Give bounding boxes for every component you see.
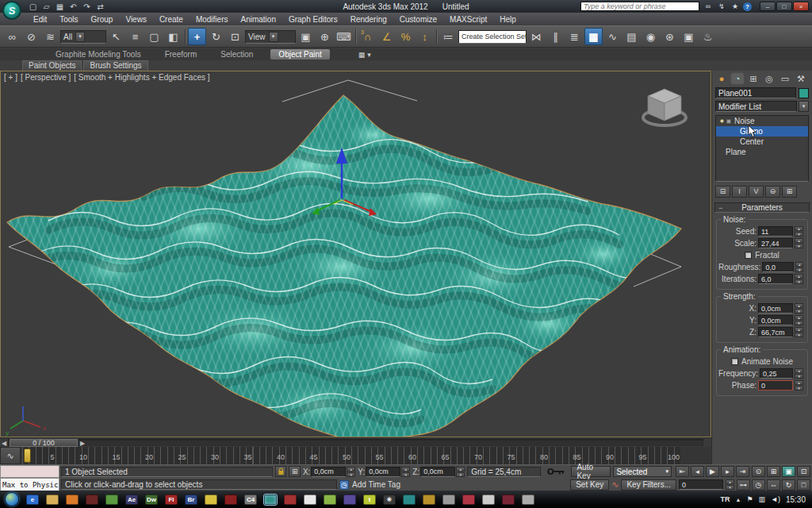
chevron-down-icon[interactable]: ▾ (799, 101, 809, 112)
taskbar-icon-light-game[interactable] (482, 495, 495, 505)
current-frame-spinner[interactable]: ▴▾ (726, 479, 734, 490)
volume-icon[interactable]: ◄) (771, 495, 780, 503)
panel-tab-hierarchy[interactable]: ⊞ (746, 72, 760, 85)
object-name-field[interactable]: Plane001 (715, 87, 796, 98)
transform-y-field[interactable]: 0,0cm (366, 467, 400, 477)
key-mode-toggle-icon[interactable]: ⊶ (737, 479, 750, 491)
current-frame-marker[interactable] (24, 448, 31, 463)
show-end-result-icon[interactable]: I (732, 186, 747, 198)
iterations-field[interactable]: 6,0 (758, 274, 793, 284)
select-by-name-icon[interactable]: ≡ (126, 28, 144, 45)
viewport-canvas[interactable]: x y (1, 71, 711, 437)
language-indicator[interactable]: TR (721, 495, 730, 503)
scale-field[interactable]: 27,44 (758, 238, 793, 248)
stack-item-center[interactable]: Center (716, 137, 808, 147)
taskbar-icon-chrome[interactable] (205, 495, 217, 505)
menu-item[interactable]: Edit (27, 15, 53, 24)
communication-center-icon[interactable]: ↯ (716, 2, 727, 11)
taskbar-icon-silver-app[interactable] (522, 495, 534, 505)
taskbar-icon-darkred-game[interactable] (502, 495, 515, 505)
select-and-move-icon[interactable]: + (188, 28, 206, 45)
taskbar-icon-snowflake-app[interactable]: ✳ (383, 495, 396, 505)
menu-item[interactable]: Rendering (344, 15, 393, 24)
time-slider-handle[interactable]: 0 / 100 (10, 439, 78, 447)
taskbar-icon-red-app[interactable] (284, 495, 297, 505)
menu-item[interactable]: Graph Editors (282, 15, 344, 24)
frequency-spinner[interactable]: ▴▾ (795, 368, 803, 379)
taskbar-icon-green-app[interactable] (324, 495, 336, 505)
undo-icon[interactable]: ↶ (67, 2, 79, 12)
pin-stack-icon[interactable]: ⊟ (715, 186, 730, 198)
network-icon[interactable]: ▥ (759, 495, 766, 503)
selection-lock-icon[interactable] (275, 466, 286, 477)
curve-editor-icon[interactable]: ∿ (603, 28, 622, 45)
menu-item[interactable]: Modifiers (190, 15, 235, 24)
strength-x-field[interactable]: 0,0cm (758, 303, 793, 314)
new-scene-icon[interactable]: ▢ (27, 2, 39, 12)
taskbar-icon-ie[interactable]: e (26, 495, 39, 505)
taskbar-icon-after-effects[interactable]: Ae (125, 495, 138, 505)
graphite-ribbon-toggle-icon[interactable]: ▦ (584, 28, 603, 45)
select-and-manipulate-icon[interactable]: ⊕ (316, 28, 334, 45)
menu-item[interactable]: Create (153, 15, 190, 24)
macro-recorder-line[interactable] (0, 465, 59, 478)
menu-item[interactable]: Group (85, 15, 120, 24)
select-and-scale-icon[interactable]: ⊡ (226, 28, 244, 45)
mini-curve-editor-button[interactable]: ∿ (0, 447, 21, 464)
panel-tab-motion[interactable]: ◎ (762, 72, 776, 85)
panel-tab-paint-objects[interactable]: Paint Objects (22, 60, 82, 71)
ribbon-overflow-icon[interactable]: ▦▾ (358, 51, 371, 59)
bind-to-space-warp-icon[interactable]: ≋ (41, 28, 59, 45)
strength-y-spinner[interactable]: ▴▾ (795, 315, 803, 325)
seed-field[interactable]: 11 (758, 226, 793, 237)
search-icon[interactable]: ∞ (703, 2, 714, 11)
workspace-switch-icon[interactable]: ⇄ (94, 2, 106, 12)
transform-z-field[interactable]: 0,0cm (420, 467, 455, 477)
auto-key-button[interactable]: Auto Key (571, 466, 611, 477)
strength-z-field[interactable]: 66,7cm (758, 327, 793, 337)
zoom-extents-icon[interactable]: ▣ (782, 466, 795, 477)
orbit-icon[interactable]: ↻ (782, 479, 795, 491)
render-production-icon[interactable]: ♨ (699, 28, 717, 45)
strength-y-field[interactable]: 0,0cm (758, 315, 793, 325)
edit-named-selection-sets-icon[interactable]: ≔ (439, 28, 458, 45)
unlink-selection-icon[interactable]: ⊘ (22, 28, 40, 45)
roughness-spinner[interactable]: ▴▾ (795, 262, 803, 272)
strength-x-spinner[interactable]: ▴▾ (795, 303, 803, 314)
stack-item-noise[interactable]: Noise (716, 116, 808, 126)
remove-modifier-icon[interactable]: ⊖ (765, 186, 780, 198)
taskbar-icon-dreamweaver[interactable]: Dw (145, 495, 158, 505)
animate-noise-checkbox[interactable] (731, 358, 738, 365)
pan-icon[interactable]: ⇔ (767, 479, 780, 491)
menu-item[interactable]: Views (119, 15, 153, 24)
mirror-icon[interactable]: ⋈ (527, 28, 546, 45)
modifier-box-icon[interactable] (726, 119, 731, 124)
dope-sheet-icon[interactable]: ▤ (622, 28, 641, 45)
redo-icon[interactable]: ↷ (81, 2, 93, 12)
parameters-rollout-header[interactable]: − Parameters (714, 202, 810, 213)
selection-filter-dropdown[interactable]: All▾ (60, 30, 106, 44)
maxscript-mini-listener[interactable]: Max to Physic. (0, 478, 59, 491)
clock[interactable]: 15:30 (786, 495, 806, 504)
scale-spinner[interactable]: ▴▾ (795, 238, 803, 248)
panel-tab-brush-settings[interactable]: Brush Settings (83, 60, 147, 71)
strength-z-spinner[interactable]: ▴▾ (795, 327, 803, 337)
material-editor-icon[interactable]: ◉ (642, 28, 660, 45)
app-logo[interactable]: S (2, 1, 21, 20)
panel-tab-modify[interactable]: ◔ (730, 72, 745, 85)
next-frame-button[interactable]: ▸ (721, 466, 734, 477)
iterations-spinner[interactable]: ▴▾ (795, 274, 803, 284)
menu-item[interactable]: Animation (234, 15, 282, 24)
named-selection-set-field[interactable]: Create Selection Set (458, 30, 527, 44)
taskbar-icon-purple-app[interactable] (343, 495, 356, 505)
stack-item-gizmo[interactable]: Gizmo (716, 126, 808, 137)
rectangular-selection-icon[interactable]: ▢ (145, 28, 163, 45)
viewport-menu-view[interactable]: [ Perspective ] (21, 73, 71, 82)
menu-item[interactable]: Customize (393, 15, 443, 24)
menu-item[interactable]: MAXScript (443, 15, 493, 24)
ribbon-tab-selection[interactable]: Selection (214, 50, 259, 59)
select-and-link-icon[interactable]: ∞ (3, 28, 21, 45)
current-frame-field[interactable]: 0 (679, 479, 723, 490)
set-keys-key-icon[interactable] (546, 467, 566, 476)
close-button[interactable]: × (793, 2, 809, 11)
